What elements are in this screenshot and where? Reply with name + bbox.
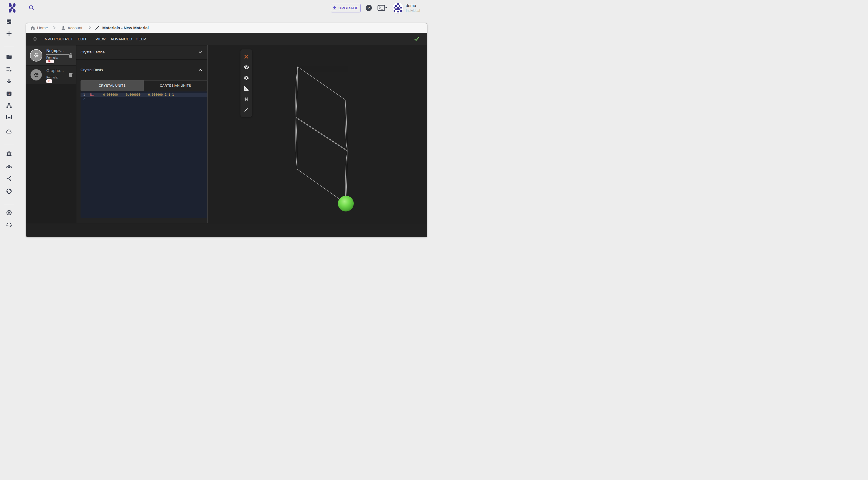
editor-line-1[interactable]: 1 Ni 0.000000 0.000000 0.000000 1 1 1 bbox=[81, 93, 207, 97]
share-icon[interactable] bbox=[6, 175, 12, 181]
delete-material-icon[interactable] bbox=[68, 53, 73, 58]
formula-badge: Ni bbox=[46, 60, 54, 63]
menu-view[interactable]: VIEW bbox=[95, 33, 106, 45]
save-check-icon[interactable] bbox=[414, 37, 419, 41]
globe-icon[interactable] bbox=[6, 188, 12, 194]
rail-divider bbox=[4, 145, 14, 145]
top-bar: UPGRADE ? demo bbox=[0, 0, 434, 16]
home-icon[interactable] bbox=[30, 25, 35, 31]
material-avatar bbox=[31, 69, 42, 80]
bottom-bar bbox=[26, 223, 427, 237]
material-name: Ni (mp-… bbox=[46, 48, 70, 55]
gear-icon[interactable] bbox=[244, 75, 249, 81]
media-image-icon[interactable] bbox=[6, 114, 12, 120]
column-divider[interactable] bbox=[207, 45, 208, 223]
breadcrumb: Home Account Materials - New Material bbox=[26, 23, 427, 33]
left-rail: 1 bbox=[0, 16, 18, 240]
line-number: 1 bbox=[82, 93, 85, 97]
rail-divider bbox=[4, 205, 14, 205]
mat3ra-logo-icon[interactable] bbox=[7, 3, 18, 13]
breadcrumb-home[interactable]: Home bbox=[37, 26, 48, 30]
close-icon[interactable] bbox=[244, 54, 249, 60]
viewer-toolbar bbox=[241, 49, 252, 117]
editor-line-2[interactable]: 2 bbox=[81, 97, 207, 101]
user-name: demo bbox=[406, 3, 420, 8]
materials-dots-icon[interactable] bbox=[6, 78, 12, 84]
crystal-lattice-panel-header[interactable]: Crystal Lattice bbox=[76, 45, 207, 59]
formula-label: Formula: bbox=[46, 56, 58, 59]
svg-text:1: 1 bbox=[8, 92, 10, 96]
breadcrumb-account[interactable]: Account bbox=[67, 26, 82, 30]
formula-label: Formula: bbox=[46, 76, 58, 79]
menu-input-output[interactable]: INPUT/OUTPUT bbox=[43, 33, 73, 45]
material-name: Graphe… bbox=[46, 68, 68, 73]
menu-bar: INPUT/OUTPUT EDIT VIEW ADVANCED HELP bbox=[26, 33, 427, 45]
eye-icon[interactable] bbox=[244, 64, 249, 70]
basis-code-editor[interactable]: 1 Ni 0.000000 0.000000 0.000000 1 1 1 2 bbox=[81, 92, 207, 218]
chevron-up-icon bbox=[198, 67, 203, 73]
support-headset-icon[interactable] bbox=[6, 221, 12, 228]
upgrade-button[interactable]: UPGRADE bbox=[331, 4, 361, 12]
app-root: UPGRADE ? demo bbox=[0, 0, 434, 240]
dashboard-icon[interactable] bbox=[6, 19, 12, 25]
upload-arrow-icon bbox=[333, 6, 337, 10]
editor-window: Home Account Materials - New Material IN… bbox=[26, 23, 427, 237]
delete-material-icon[interactable] bbox=[68, 72, 73, 78]
coord-y-token: 0.000000 bbox=[126, 93, 141, 97]
add-new-icon[interactable] bbox=[6, 31, 12, 37]
bank-icon[interactable] bbox=[6, 150, 12, 157]
panel-title: Crystal Basis bbox=[81, 68, 103, 72]
user-plan: Individual bbox=[406, 8, 420, 13]
user-avatar[interactable] bbox=[393, 3, 403, 13]
ni-atom-sphere bbox=[338, 196, 354, 211]
folder-icon[interactable] bbox=[6, 54, 12, 60]
material-item-graphene[interactable]: Graphe… Formula: C bbox=[26, 65, 76, 84]
menu-advanced[interactable]: ADVANCED bbox=[111, 33, 132, 45]
pencil-icon[interactable] bbox=[244, 107, 249, 112]
main-content: Ni (mp-… Formula: Ni bbox=[26, 45, 427, 223]
formula-badge: C bbox=[46, 79, 52, 83]
coord-x-token: 0.000000 bbox=[103, 93, 118, 97]
rail-divider bbox=[4, 46, 14, 46]
coord-z-token: 0.000000 bbox=[148, 93, 163, 97]
menu-help[interactable]: HELP bbox=[135, 33, 146, 45]
tab-cartesian-units[interactable]: CARTESIAN UNITS bbox=[144, 80, 207, 91]
tab-crystal-units[interactable]: CRYSTAL UNITS bbox=[81, 80, 144, 91]
one-chip-icon[interactable]: 1 bbox=[6, 91, 12, 97]
terminal-dropdown-icon[interactable] bbox=[377, 5, 387, 11]
material-dots-icon bbox=[32, 36, 38, 41]
structure-3d-viewer[interactable]: i bbox=[207, 45, 427, 223]
cloud-upload-icon[interactable] bbox=[6, 129, 12, 135]
chevron-right-icon bbox=[52, 25, 57, 30]
menu-edit[interactable]: EDIT bbox=[78, 33, 87, 45]
material-avatar bbox=[31, 50, 42, 61]
pencil-icon bbox=[95, 25, 100, 31]
material-item-ni[interactable]: Ni (mp-… Formula: Ni bbox=[26, 45, 76, 65]
team-icon[interactable] bbox=[6, 164, 12, 170]
set-square-icon[interactable] bbox=[244, 85, 249, 91]
help-button[interactable]: ? bbox=[366, 5, 372, 11]
materials-list: Ni (mp-… Formula: Ni bbox=[26, 45, 76, 223]
line-number: 2 bbox=[82, 97, 85, 101]
workflow-tree-icon[interactable] bbox=[6, 102, 12, 109]
search-icon[interactable] bbox=[28, 4, 35, 11]
avatar-identicon-icon bbox=[393, 3, 403, 13]
jobs-list-icon[interactable] bbox=[6, 66, 12, 72]
structure-panels: Crystal Lattice Crystal Basis CRYSTAL UN… bbox=[76, 45, 207, 223]
upgrade-label: UPGRADE bbox=[339, 6, 359, 10]
material-dots-icon bbox=[31, 69, 42, 80]
panel-title: Crystal Lattice bbox=[81, 50, 105, 54]
chevron-down-icon bbox=[198, 50, 203, 55]
breadcrumb-current: Materials - New Material bbox=[102, 26, 149, 30]
multiplier-token: 1 1 1 bbox=[165, 93, 174, 97]
crystal-basis-panel-header[interactable]: Crystal Basis bbox=[76, 60, 207, 80]
material-dots-icon bbox=[31, 50, 42, 61]
units-tabs: CRYSTAL UNITS CARTESIAN UNITS bbox=[81, 80, 207, 91]
helm-wheel-icon[interactable] bbox=[6, 209, 12, 216]
element-token: Ni bbox=[90, 93, 94, 97]
person-icon[interactable] bbox=[61, 25, 66, 31]
help-question-mark: ? bbox=[368, 6, 370, 10]
user-menu[interactable]: demo Individual bbox=[406, 3, 420, 13]
chevron-right-icon bbox=[87, 25, 92, 30]
up-down-arrows-icon[interactable] bbox=[244, 96, 249, 102]
